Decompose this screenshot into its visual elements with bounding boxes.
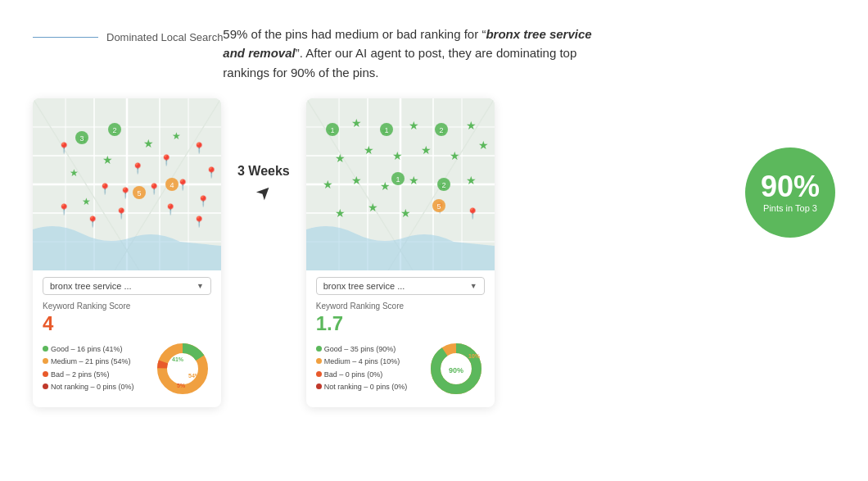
svg-text:1: 1 — [330, 126, 334, 134]
svg-text:📍: 📍 — [115, 206, 129, 220]
before-stat-good: Good – 16 pins (41%) — [43, 343, 146, 356]
svg-text:5: 5 — [436, 202, 441, 211]
svg-text:★: ★ — [172, 130, 181, 142]
after-dropdown-arrow: ▼ — [470, 282, 477, 290]
svg-text:★: ★ — [351, 174, 362, 187]
before-stats-list: Good – 16 pins (41%) Medium – 21 pins (5… — [43, 343, 146, 393]
svg-text:★: ★ — [102, 153, 113, 166]
after-map-image: ★ ★ ★ ★ ★ ★ ★ ★ ★ ★ ★ ★ ★ ★ ★ ★ ★ — [306, 98, 495, 270]
description-text-before: 59% of the pins had medium or bad rankin… — [223, 27, 591, 79]
svg-text:★: ★ — [82, 196, 91, 207]
svg-text:★: ★ — [450, 149, 460, 162]
header-label: Dominated Local Search — [106, 31, 223, 43]
header-left: Dominated Local Search — [33, 31, 223, 43]
before-score-label: Keyword Ranking Score — [43, 302, 211, 311]
svg-text:★: ★ — [400, 206, 411, 220]
after-dot-norank — [316, 383, 322, 389]
svg-text:54%: 54% — [188, 373, 201, 379]
badge-percent: 90% — [761, 172, 820, 202]
svg-text:📍: 📍 — [119, 186, 133, 200]
svg-text:★: ★ — [421, 143, 432, 157]
header-description: 59% of the pins had medium or bad rankin… — [223, 25, 599, 82]
svg-text:📍: 📍 — [192, 215, 206, 229]
svg-text:★: ★ — [409, 119, 419, 132]
before-score-value: 4 — [43, 312, 211, 335]
after-map-info: bronx tree service ... ▼ Keyword Ranking… — [306, 270, 495, 407]
arrow-label: 3 Weeks — [237, 164, 290, 179]
svg-text:5%: 5% — [177, 383, 186, 388]
svg-text:📍: 📍 — [86, 215, 100, 229]
svg-text:★: ★ — [392, 149, 403, 162]
svg-text:★: ★ — [466, 119, 477, 132]
before-stat-medium: Medium – 21 pins (54%) — [43, 356, 146, 368]
before-dot-bad — [43, 371, 48, 377]
svg-text:41%: 41% — [172, 356, 184, 362]
after-stats-row: Good – 35 pins (90%) Medium – 4 pins (10… — [316, 340, 485, 397]
green-badge: 90% Pints in Top 3 — [745, 147, 835, 238]
before-map-info: bronx tree service ... ▼ Keyword Ranking… — [33, 270, 221, 407]
after-donut: 90% 10% — [427, 340, 485, 397]
after-score-value: 1.7 — [316, 312, 485, 335]
arrow-icon: ➤ — [251, 179, 276, 205]
before-dot-medium — [43, 358, 48, 364]
before-stat-norank: Not ranking – 0 pins (0%) — [43, 381, 146, 393]
after-stat-norank: Not ranking – 0 pins (0%) — [316, 381, 419, 393]
badge-section: 90% Pints in Top 3 — [745, 147, 835, 238]
header-section: Dominated Local Search 59% of the pins h… — [33, 25, 835, 82]
svg-text:📍: 📍 — [57, 141, 71, 155]
svg-text:3: 3 — [79, 134, 84, 143]
before-donut: 41% 54% 5% — [154, 340, 211, 397]
svg-text:📍: 📍 — [192, 141, 206, 155]
svg-text:★: ★ — [335, 206, 346, 220]
svg-text:📍: 📍 — [98, 182, 112, 196]
svg-text:★: ★ — [409, 174, 419, 187]
svg-text:5: 5 — [137, 189, 141, 197]
arrow-section: 3 Weeks ➤ — [221, 164, 306, 203]
after-map-card: ★ ★ ★ ★ ★ ★ ★ ★ ★ ★ ★ ★ ★ ★ ★ ★ ★ — [306, 98, 495, 407]
svg-text:📍: 📍 — [160, 153, 174, 167]
svg-text:★: ★ — [323, 178, 333, 191]
header-line — [33, 37, 98, 39]
svg-text:📍: 📍 — [147, 182, 161, 196]
before-map-image: ★ ★ ★ ★ ★ ★ ★ 📍 📍 📍 📍 📍 📍 📍 📍 � — [33, 98, 221, 270]
after-stat-good: Good – 35 pins (90%) — [316, 343, 419, 356]
svg-text:📍: 📍 — [466, 206, 480, 220]
svg-text:1: 1 — [396, 175, 400, 184]
before-stats-row: Good – 16 pins (41%) Medium – 21 pins (5… — [43, 340, 211, 397]
after-stat-medium: Medium – 4 pins (10%) — [316, 356, 419, 368]
before-dropdown[interactable]: bronx tree service ... ▼ — [43, 277, 211, 295]
content-area: ★ ★ ★ ★ ★ ★ ★ 📍 📍 📍 📍 📍 📍 📍 📍 � — [33, 98, 835, 465]
svg-text:2: 2 — [439, 126, 443, 134]
before-stat-bad: Bad – 2 pins (5%) — [43, 369, 146, 381]
svg-text:★: ★ — [368, 201, 378, 214]
svg-text:★: ★ — [380, 179, 391, 193]
svg-text:★: ★ — [364, 143, 374, 157]
before-dropdown-arrow: ▼ — [197, 282, 204, 290]
svg-text:★: ★ — [351, 116, 362, 129]
before-dropdown-text: bronx tree service ... — [50, 281, 132, 291]
after-dropdown-text: bronx tree service ... — [323, 281, 405, 291]
svg-text:4: 4 — [170, 181, 174, 189]
svg-text:★: ★ — [143, 137, 154, 150]
after-dot-bad — [316, 371, 322, 377]
svg-text:📍: 📍 — [197, 194, 210, 208]
svg-text:2: 2 — [441, 181, 445, 189]
after-dropdown[interactable]: bronx tree service ... ▼ — [316, 277, 485, 295]
svg-text:★: ★ — [478, 138, 489, 152]
svg-text:📍: 📍 — [131, 161, 145, 175]
after-stats-list: Good – 35 pins (90%) Medium – 4 pins (10… — [316, 343, 419, 393]
after-dot-medium — [316, 358, 322, 364]
badge-label: Pints in Top 3 — [763, 203, 817, 213]
after-score-label: Keyword Ranking Score — [316, 302, 485, 311]
svg-text:★: ★ — [335, 152, 346, 165]
svg-text:2: 2 — [112, 126, 116, 134]
before-dot-good — [43, 346, 48, 352]
svg-text:90%: 90% — [449, 366, 463, 374]
after-stat-bad: Bad – 0 pins (0%) — [316, 369, 419, 381]
svg-text:★: ★ — [70, 167, 79, 179]
after-dot-good — [316, 346, 322, 352]
svg-text:📍: 📍 — [205, 166, 219, 179]
svg-text:📍: 📍 — [57, 202, 71, 216]
before-map-card: ★ ★ ★ ★ ★ ★ ★ 📍 📍 📍 📍 📍 📍 📍 📍 � — [33, 98, 221, 407]
main-container: Dominated Local Search 59% of the pins h… — [0, 0, 868, 481]
